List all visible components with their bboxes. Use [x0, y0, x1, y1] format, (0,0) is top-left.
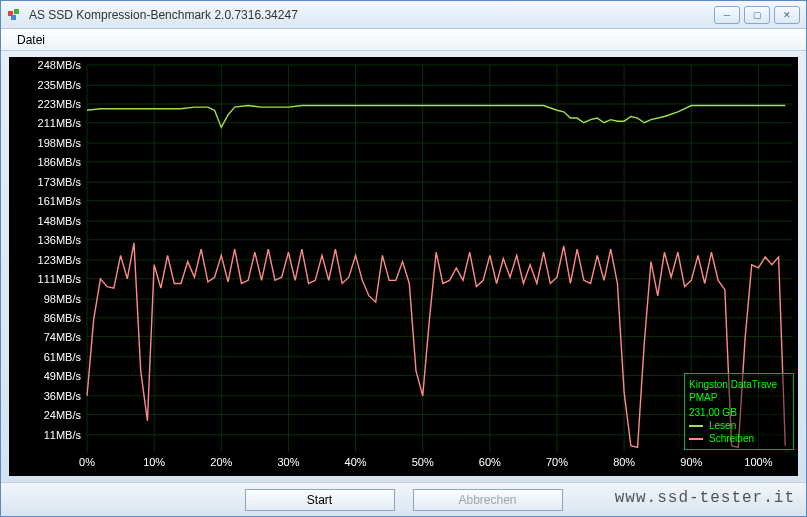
svg-text:11MB/s: 11MB/s	[44, 429, 82, 441]
svg-text:186MB/s: 186MB/s	[38, 156, 82, 168]
titlebar: AS SSD Kompression-Benchmark 2.0.7316.34…	[1, 1, 806, 29]
legend-write-label: Schreiben	[709, 432, 754, 445]
svg-text:90%: 90%	[680, 456, 702, 468]
svg-text:24MB/s: 24MB/s	[44, 409, 82, 421]
button-row: Start Abbrechen	[1, 482, 806, 516]
svg-rect-1	[14, 9, 19, 14]
start-button[interactable]: Start	[245, 489, 395, 511]
chart-area: 11MB/s24MB/s36MB/s49MB/s61MB/s74MB/s86MB…	[9, 57, 798, 476]
menu-datei[interactable]: Datei	[9, 31, 53, 49]
close-button[interactable]: ✕	[774, 6, 800, 24]
svg-text:0%: 0%	[79, 456, 95, 468]
svg-text:60%: 60%	[479, 456, 501, 468]
app-icon	[7, 7, 23, 23]
window-title: AS SSD Kompression-Benchmark 2.0.7316.34…	[29, 8, 714, 22]
cancel-button[interactable]: Abbrechen	[413, 489, 563, 511]
svg-text:10%: 10%	[143, 456, 165, 468]
svg-text:36MB/s: 36MB/s	[44, 390, 82, 402]
legend-write-row: Schreiben	[689, 432, 789, 445]
svg-text:198MB/s: 198MB/s	[38, 137, 82, 149]
svg-text:74MB/s: 74MB/s	[44, 331, 82, 343]
legend-write-swatch	[689, 438, 703, 440]
legend-read-label: Lesen	[709, 419, 736, 432]
svg-text:235MB/s: 235MB/s	[38, 79, 82, 91]
svg-text:248MB/s: 248MB/s	[38, 59, 82, 71]
minimize-button[interactable]: ─	[714, 6, 740, 24]
svg-text:98MB/s: 98MB/s	[44, 293, 82, 305]
svg-text:211MB/s: 211MB/s	[38, 117, 82, 129]
svg-text:50%: 50%	[412, 456, 434, 468]
svg-text:61MB/s: 61MB/s	[44, 351, 82, 363]
svg-text:70%: 70%	[546, 456, 568, 468]
svg-text:111MB/s: 111MB/s	[38, 273, 82, 285]
legend-device: Kingston DataTrave	[689, 378, 789, 391]
svg-text:123MB/s: 123MB/s	[38, 254, 82, 266]
chart-svg: 11MB/s24MB/s36MB/s49MB/s61MB/s74MB/s86MB…	[9, 57, 798, 476]
app-window: AS SSD Kompression-Benchmark 2.0.7316.34…	[0, 0, 807, 517]
svg-rect-2	[11, 15, 16, 20]
svg-text:40%: 40%	[345, 456, 367, 468]
legend: Kingston DataTrave PMAP 231,00 GB Lesen …	[684, 373, 794, 450]
svg-text:20%: 20%	[210, 456, 232, 468]
svg-text:223MB/s: 223MB/s	[38, 98, 82, 110]
svg-text:161MB/s: 161MB/s	[38, 195, 82, 207]
svg-text:100%: 100%	[744, 456, 772, 468]
svg-text:148MB/s: 148MB/s	[38, 215, 82, 227]
svg-text:30%: 30%	[277, 456, 299, 468]
svg-text:86MB/s: 86MB/s	[44, 312, 82, 324]
svg-text:173MB/s: 173MB/s	[38, 176, 82, 188]
window-buttons: ─ ▢ ✕	[714, 6, 800, 24]
svg-text:136MB/s: 136MB/s	[38, 234, 82, 246]
maximize-button[interactable]: ▢	[744, 6, 770, 24]
svg-text:80%: 80%	[613, 456, 635, 468]
legend-size: 231,00 GB	[689, 406, 789, 419]
legend-read-row: Lesen	[689, 419, 789, 432]
legend-mode: PMAP	[689, 391, 789, 404]
svg-text:49MB/s: 49MB/s	[44, 370, 82, 382]
legend-read-swatch	[689, 425, 703, 427]
menubar: Datei	[1, 29, 806, 51]
